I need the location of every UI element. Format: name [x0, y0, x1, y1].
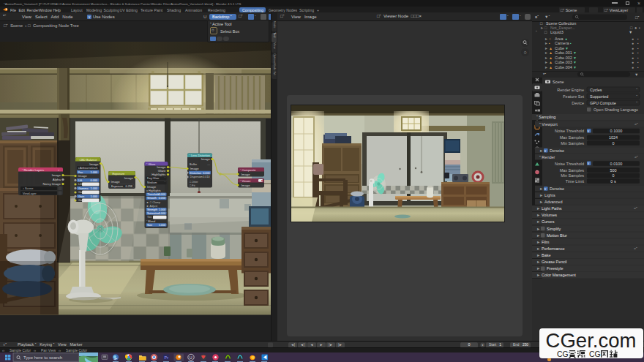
svg-text:►: ► — [536, 206, 540, 211]
svg-text:|►: |► — [338, 343, 342, 347]
svg-text:♪: ♪ — [58, 168, 59, 172]
svg-text:Light Paths: Light Paths — [542, 206, 562, 211]
svg-text:1024: 1024 — [609, 135, 618, 140]
svg-text:○: ○ — [549, 36, 551, 40]
svg-text:Min Samples: Min Samples — [561, 140, 584, 145]
svg-text:Exposure: Exposure — [111, 185, 123, 188]
svg-text:►: ► — [539, 192, 543, 197]
svg-text:►: ► — [536, 246, 540, 250]
svg-text:Noise Threshold: Noise Threshold — [555, 129, 584, 133]
svg-text:Image: Image — [111, 180, 121, 184]
svg-text:Strength: Strength — [147, 208, 157, 211]
svg-text:◄|: ◄| — [291, 343, 295, 347]
svg-text:Max Samples: Max Samples — [560, 167, 585, 172]
svg-text:●: ● — [634, 26, 637, 30]
svg-text:Gain: Gain — [78, 199, 84, 202]
svg-text:Cube.002: Cube.002 — [555, 55, 572, 59]
svg-text:≡ˇ: ≡ˇ — [535, 15, 539, 19]
svg-text:●: ● — [565, 36, 567, 40]
svg-text:► Adjust: ► Adjust — [146, 205, 158, 208]
svg-text:□ Fit: □ Fit — [190, 184, 196, 187]
svg-text:Cycles: Cycles — [590, 87, 602, 91]
svg-text:► □ Clamp: ► □ Clamp — [146, 201, 160, 204]
svg-text:≈ˇ: ≈ˇ — [634, 246, 637, 250]
svg-text:0: 0 — [468, 342, 470, 347]
svg-text:ˇ Composite: ˇ Composite — [240, 168, 256, 172]
svg-text:●: ● — [632, 41, 634, 45]
svg-text:►: ► — [539, 148, 543, 152]
svg-text:ˇ Viewer: ˇ Viewer — [240, 179, 251, 183]
svg-text:GPU Compute: GPU Compute — [590, 100, 616, 105]
svg-text:Distortion: Distortion — [190, 172, 202, 175]
svg-text:▪: ▪ — [637, 41, 639, 45]
svg-text:►: ► — [544, 60, 548, 64]
svg-text:Start: Start — [489, 343, 497, 347]
svg-text:►: ► — [544, 50, 548, 55]
svg-text:Highlights: Highlights — [151, 173, 166, 176]
svg-text:Liquid3: Liquid3 — [550, 30, 564, 34]
svg-text:CG: CG — [589, 349, 601, 358]
svg-text:Image: Image — [242, 184, 251, 187]
svg-text:≈ˇ: ≈ˇ — [634, 154, 638, 159]
svg-text:Time Limit: Time Limit — [566, 178, 585, 183]
svg-text:Image: Image — [190, 167, 200, 170]
svg-text:Alpha: Alpha — [53, 178, 61, 181]
svg-text:▼: ▼ — [573, 55, 577, 59]
svg-text:Supported: Supported — [590, 94, 608, 98]
svg-text:►: ► — [320, 343, 323, 347]
svg-text:▪: ▪ — [639, 26, 640, 30]
svg-text:●: ● — [632, 45, 634, 50]
svg-text:Denoise: Denoise — [550, 148, 564, 152]
svg-text:▪: ▪ — [637, 45, 639, 50]
svg-text:ˇ Blend: ˇ Blend — [146, 220, 155, 223]
svg-text:▼ˇ: ▼ˇ — [544, 15, 550, 19]
svg-text:Lights: Lights — [544, 192, 555, 197]
svg-text:Cube.004: Cube.004 — [555, 64, 572, 69]
svg-text:1.000: 1.000 — [159, 208, 165, 211]
svg-text:►: ► — [539, 186, 543, 190]
svg-text:Medium: Medium — [147, 181, 157, 184]
svg-text:□ˇ: □ˇ — [635, 15, 640, 19]
svg-text:Grease Pencil: Grease Pencil — [542, 260, 567, 264]
svg-text:Image: Image — [89, 162, 99, 166]
svg-text:1.000: 1.000 — [90, 171, 97, 174]
svg-text:Film: Film — [542, 239, 550, 244]
svg-text:●: ● — [632, 55, 634, 59]
svg-text:►: ► — [539, 199, 543, 203]
svg-text:Type here to search: Type here to search — [23, 355, 62, 360]
svg-text:□: □ — [544, 26, 547, 30]
svg-text:▼: ▼ — [573, 64, 577, 69]
svg-text:Open Shading Language: Open Shading Language — [594, 108, 638, 112]
svg-text:ˇ Render: ˇ Render — [539, 154, 555, 159]
svg-text:1.000: 1.000 — [159, 212, 165, 215]
svg-text:▪: ▪ — [637, 36, 639, 40]
svg-text:►: ► — [536, 213, 540, 217]
svg-text:►: ► — [540, 26, 544, 30]
svg-text:▼: ▼ — [573, 60, 577, 64]
svg-text:●: ● — [632, 64, 634, 69]
svg-text:cAirbourneDark: cAirbourneDark — [78, 167, 97, 170]
svg-text:◄: ◄ — [310, 343, 313, 347]
svg-text:0 s: 0 s — [610, 178, 616, 183]
svg-text:ˇ Sampling: ˇ Sampling — [536, 115, 555, 119]
svg-text:►: ► — [536, 219, 540, 224]
svg-text:0.0100: 0.0100 — [610, 161, 623, 165]
svg-text:Volumes: Volumes — [542, 213, 557, 217]
svg-text:|►: |► — [329, 343, 333, 347]
svg-text:▲: ▲ — [549, 64, 553, 69]
svg-text:Saturation: Saturation — [147, 212, 160, 215]
svg-text:►: ► — [536, 266, 540, 271]
svg-text:0.000: 0.000 — [159, 197, 165, 200]
svg-text:Size: Size — [147, 224, 152, 227]
svg-text:ˇ Glare: ˇ Glare — [146, 162, 156, 166]
svg-text:Tint: Tint — [147, 216, 152, 219]
svg-text:Min Samples: Min Samples — [561, 173, 584, 178]
svg-text:Image: Image — [124, 176, 134, 180]
svg-text:250: 250 — [523, 343, 528, 347]
svg-text:Noise Threshold: Noise Threshold — [555, 161, 584, 165]
svg-text:1.000: 1.000 — [90, 195, 97, 198]
svg-text:0.000: 0.000 — [203, 172, 209, 175]
svg-text:Fog Glow: Fog Glow — [147, 177, 160, 180]
svg-text:▪: ▪ — [637, 50, 639, 55]
svg-text:►: ► — [536, 226, 540, 230]
